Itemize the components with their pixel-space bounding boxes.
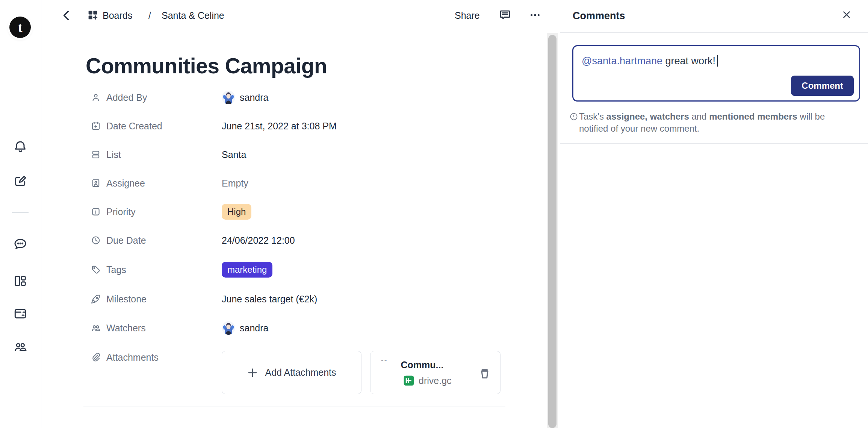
task-detail-main: Boards / Santa & Celine Share Communitie… xyxy=(41,0,547,428)
badge-marketing[interactable]: marketing xyxy=(222,262,272,278)
comments-panel: Comments @santa.hartmane great work! Com… xyxy=(560,0,868,428)
paperclip-icon xyxy=(91,352,101,362)
field-row-due-date: Due Date24/06/2022 12:00 xyxy=(91,231,101,249)
breadcrumb-separator: / xyxy=(148,10,151,21)
compose-icon[interactable] xyxy=(13,174,28,189)
chat-icon[interactable] xyxy=(13,237,28,252)
field-value[interactable]: June sales target (€2k) xyxy=(222,294,317,305)
field-label: Tags xyxy=(106,264,126,275)
boards-icon xyxy=(86,9,99,21)
field-row-date-created: Date CreatedJune 21st, 2022 at 3:08 PM xyxy=(91,117,101,135)
notice-text: Task's assignee, watchers and mentioned … xyxy=(579,111,855,135)
field-value: sandra xyxy=(222,91,268,104)
more-options-icon[interactable] xyxy=(525,9,546,21)
plus-icon xyxy=(247,367,258,378)
breadcrumb-boards[interactable]: Boards xyxy=(103,10,132,21)
user-icon xyxy=(91,92,101,103)
app-logo[interactable]: t xyxy=(9,17,31,38)
wallet-icon[interactable] xyxy=(13,306,28,321)
badge-High[interactable]: High xyxy=(222,204,251,220)
tag-icon xyxy=(91,264,101,275)
comment-text: great work! xyxy=(662,55,715,67)
field-value[interactable]: Santa xyxy=(222,149,246,160)
field-value: High xyxy=(222,204,251,220)
field-label: Watchers xyxy=(106,323,146,334)
avatar-name: sandra xyxy=(240,323,268,334)
field-row-milestone: MilestoneJune sales target (€2k) xyxy=(91,290,101,308)
field-row-priority: PriorityHigh xyxy=(91,203,101,221)
field-row-watchers: Watchers sandra xyxy=(91,319,101,337)
attachment-name: Commu... xyxy=(370,360,474,370)
clock-icon xyxy=(91,235,101,246)
attachment-source: drive.gc xyxy=(403,375,452,387)
comment-input[interactable]: @santa.hartmane great work! Comment xyxy=(572,45,860,102)
field-label: Date Created xyxy=(106,121,162,132)
field-label: Milestone xyxy=(106,294,147,305)
attachment-source-label: drive.gc xyxy=(419,375,452,386)
field-label: Assignee xyxy=(106,178,145,189)
calendar-plus-icon xyxy=(91,121,101,131)
assignee-icon xyxy=(91,178,101,188)
field-label: Added By xyxy=(106,92,147,103)
comments-header: Comments xyxy=(560,0,868,33)
field-row-list: ListSanta xyxy=(91,146,101,164)
field-label: Priority xyxy=(106,206,136,217)
close-icon[interactable] xyxy=(841,9,852,20)
comment-input-text: @santa.hartmane great work! xyxy=(582,55,718,67)
add-attachments-button[interactable]: Add Attachments xyxy=(222,351,361,394)
sheets-icon xyxy=(403,375,415,387)
panel-divider xyxy=(560,143,868,144)
layout-icon[interactable] xyxy=(13,273,28,288)
scrollbar-thumb[interactable] xyxy=(548,35,556,428)
section-divider xyxy=(83,407,505,407)
comment-bubble-icon[interactable] xyxy=(498,8,512,22)
field-row-tags: Tagsmarketing xyxy=(91,261,101,279)
field-row-assignee: AssigneeEmpty xyxy=(91,174,101,192)
sidebar: t xyxy=(0,0,41,428)
avatar[interactable] xyxy=(222,321,235,335)
comment-button[interactable]: Comment xyxy=(791,76,854,96)
back-button[interactable] xyxy=(60,9,73,22)
attachments-label: Attachments xyxy=(106,352,159,363)
attachment-card[interactable]: -- Commu... drive.gc xyxy=(370,351,501,394)
avatar-name: sandra xyxy=(240,92,268,103)
notification-notice: Task's assignee, watchers and mentioned … xyxy=(569,111,855,135)
sidebar-divider xyxy=(12,212,29,213)
field-value: marketing xyxy=(222,262,272,278)
field-label: Due Date xyxy=(106,235,146,246)
field-value: sandra xyxy=(222,321,268,335)
share-button[interactable]: Share xyxy=(455,10,480,21)
mention-text: @santa.hartmane xyxy=(582,55,662,67)
people-icon[interactable] xyxy=(13,339,28,354)
comments-title: Comments xyxy=(573,10,625,22)
field-value[interactable]: Empty xyxy=(222,178,248,189)
page-title[interactable]: Communities Campaign xyxy=(86,53,327,78)
field-value[interactable]: 24/06/2022 12:00 xyxy=(222,235,295,246)
breadcrumb-current[interactable]: Santa & Celine xyxy=(162,10,224,21)
field-label: List xyxy=(106,149,121,160)
avatar[interactable] xyxy=(222,91,235,104)
bell-icon[interactable] xyxy=(13,139,28,154)
info-circle-icon xyxy=(569,112,578,121)
list-icon xyxy=(91,149,101,160)
field-row-added-by: Added By sandra xyxy=(91,88,101,106)
field-value[interactable]: June 21st, 2022 at 3:08 PM xyxy=(222,121,337,132)
rocket-icon xyxy=(91,294,101,304)
add-attachments-label: Add Attachments xyxy=(265,367,336,378)
text-cursor xyxy=(717,55,718,67)
info-icon xyxy=(91,206,101,217)
users-icon xyxy=(91,323,101,333)
trash-icon[interactable] xyxy=(478,366,491,381)
